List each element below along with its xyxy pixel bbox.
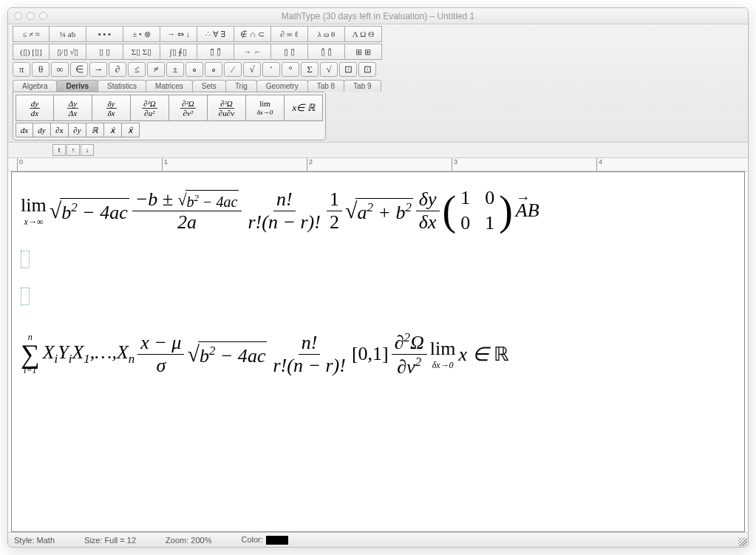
mini-down-icon[interactable]: ↓	[81, 144, 94, 156]
sm-xddot[interactable]: ẍ	[122, 123, 140, 137]
template-palette-row: (▯) [▯] ▯/▯ √▯ ▯ ▯ Σ▯ Σ▯ ∫▯ ∮▯ ▯̄ ▯̃ → ←…	[13, 44, 743, 60]
partial-2: ∂2Ω ∂v2	[392, 330, 427, 378]
tab-derivs[interactable]: Derivs	[56, 80, 98, 92]
empty-slot-1[interactable]	[21, 251, 30, 268]
deriv-var-y-x[interactable]: δyδx	[92, 95, 131, 121]
palette-fractions[interactable]: ▯/▯ √▯	[50, 44, 86, 60]
sym-arrow[interactable]: →	[89, 62, 107, 77]
palette-bars[interactable]: ▯̄ ▯̃	[197, 44, 234, 60]
binomial-2: n! r!(n − r)!	[270, 332, 348, 377]
palette-set-ops[interactable]: ∉ ∩ ⊂	[234, 26, 271, 42]
binomial-coeff: n! r!(n − r)!	[245, 188, 323, 234]
equation-canvas[interactable]: lim x→∞ √ b2 − 4ac −b ± √b2 − 4ac 2a n! …	[11, 171, 745, 532]
vector-ab: AB	[516, 200, 539, 222]
palette-integrals[interactable]: ∫▯ ∮▯	[160, 44, 197, 60]
tab-sets[interactable]: Sets	[192, 80, 226, 92]
close-icon[interactable]	[14, 12, 22, 20]
main-toolbar: ≤ ≠ ≈ ¼ ab ▪ ▪ ▪ ± • ⊗ → ⇔ ↓ ∴ ∀ ∃ ∉ ∩ ⊂…	[8, 24, 748, 143]
palette-spaces[interactable]: ¼ ab	[50, 26, 86, 42]
mini-t[interactable]: t	[52, 144, 66, 156]
pythagoras: √ a2 + b2	[345, 198, 413, 224]
mini-up-icon[interactable]: ↑	[67, 144, 80, 156]
tab-geometry[interactable]: Geometry	[256, 80, 308, 92]
palette-arrows-2[interactable]: → ←	[234, 44, 271, 60]
sm-px[interactable]: ∂x	[51, 123, 69, 137]
palette-operators[interactable]: ± • ⊗	[123, 26, 160, 42]
tab-statistics[interactable]: Statistics	[98, 80, 146, 92]
tab-algebra[interactable]: Algebra	[13, 80, 57, 92]
palette-logic[interactable]: ∴ ∀ ∃	[197, 26, 234, 42]
palette-greek-upper[interactable]: Λ Ω Θ	[345, 26, 382, 42]
sym-pm[interactable]: ±	[166, 62, 184, 77]
deriv-lim[interactable]: limδx→0	[246, 95, 285, 121]
palette-hats[interactable]: ▯̂ ▯̌	[308, 44, 345, 60]
sm-dx[interactable]: dx	[16, 123, 33, 137]
sym-prime[interactable]: ′	[262, 62, 280, 77]
sym-theta[interactable]: θ	[32, 62, 50, 77]
sym-box2[interactable]: ⊡	[358, 62, 376, 77]
deriv-d2-omega-v2[interactable]: ∂²Ω∂v²	[169, 95, 208, 121]
deriv-delta-y-x[interactable]: ΔyΔx	[54, 95, 92, 121]
sm-dy[interactable]: dy	[33, 123, 51, 137]
limit-2: lim δx→0	[430, 338, 456, 371]
sm-reals[interactable]: ℝ	[86, 123, 104, 137]
palette-accents[interactable]: ▯̇ ▯̈	[271, 44, 308, 60]
sym-sum[interactable]: Σ	[301, 62, 319, 77]
palette-greek-lower[interactable]: λ ω θ	[308, 26, 345, 42]
sym-root[interactable]: √	[320, 62, 338, 77]
deriv-d2-omega-uv[interactable]: ∂²Ω∂u∂v	[208, 95, 246, 121]
status-color[interactable]: Color:	[241, 535, 287, 545]
sym-degree[interactable]: °	[282, 62, 299, 77]
tab-matrices[interactable]: Matrices	[146, 80, 193, 92]
sym-ne[interactable]: ≠	[147, 62, 165, 77]
minimize-icon[interactable]	[27, 12, 35, 20]
sym-element[interactable]: ∈	[70, 62, 88, 77]
palette-matrices[interactable]: ⊞ ⊞	[345, 44, 382, 60]
color-swatch-icon[interactable]	[266, 536, 288, 545]
identity-matrix: ( 10 01 )	[443, 187, 513, 234]
empty-slot-2[interactable]	[21, 287, 30, 305]
palette-relations[interactable]: ≤ ≠ ≈	[13, 26, 50, 42]
sym-box1[interactable]: ⊡	[339, 62, 357, 77]
tab-8[interactable]: Tab 8	[307, 80, 344, 92]
resize-handle-icon[interactable]	[738, 537, 747, 546]
palette-fences[interactable]: (▯) [▯]	[13, 44, 50, 60]
sym-sqrt[interactable]: √	[243, 62, 261, 77]
sqrt-discriminant: √ b2 − 4ac	[50, 198, 129, 224]
deriv-x-in-r[interactable]: x ∈ ℝ	[285, 95, 323, 121]
window-title: MathType (30 days left in Evaluation) – …	[8, 11, 748, 21]
palette-scripts[interactable]: ▯ ▯	[86, 44, 123, 60]
ruler-mark-1: 1	[162, 158, 168, 171]
palette-calculus[interactable]: ∂ ∞ ℓ	[271, 26, 308, 42]
sqrt-disc-2: √ b2 − 4ac	[187, 341, 267, 367]
sym-infinity[interactable]: ∞	[51, 62, 69, 77]
palette-sums[interactable]: Σ▯ Σ▯	[123, 44, 160, 60]
ruler-mark-2: 2	[307, 158, 313, 171]
alignment-toolbar: t ↑ ↓	[8, 143, 748, 158]
zoom-icon[interactable]	[39, 12, 47, 20]
status-size: Size: Full = 12	[84, 536, 136, 545]
sym-pi[interactable]: π	[13, 62, 30, 77]
tab-trig[interactable]: Trig	[225, 80, 257, 92]
sm-xdot[interactable]: ẋ	[104, 123, 122, 137]
one-half: 1 2	[327, 188, 342, 234]
ruler-mark-0: 0	[17, 158, 23, 171]
palette-arrows[interactable]: → ⇔ ↓	[160, 26, 197, 42]
z-score: x − μ σ	[137, 332, 184, 377]
tab-9[interactable]: Tab 9	[344, 80, 381, 92]
sym-frac[interactable]: ⁄	[224, 62, 242, 77]
limit-expr: lim x→∞	[21, 194, 47, 228]
sym-circ2[interactable]: ∘	[205, 62, 222, 77]
sym-le[interactable]: ≤	[128, 62, 146, 77]
x-in-r: x ∈ ℝ	[459, 343, 510, 366]
sm-py[interactable]: ∂y	[69, 123, 86, 137]
dy-dx-frac: δy δx	[416, 188, 440, 234]
sym-circ1[interactable]: ∘	[185, 62, 203, 77]
equation-line-2: n ∑ i=1 XiYiX1,…,Xn x − μ σ √ b2 − 4ac n…	[21, 330, 735, 378]
palette-dots[interactable]: ▪ ▪ ▪	[86, 26, 123, 42]
sym-partial[interactable]: ∂	[109, 62, 126, 77]
deriv-d2-omega-u2[interactable]: ∂²Ω∂u²	[131, 95, 169, 121]
deriv-dy-dx[interactable]: dydx	[16, 95, 54, 121]
ruler-mark-3: 3	[452, 158, 457, 171]
ruler[interactable]: 0 1 2 3 4	[8, 158, 748, 171]
